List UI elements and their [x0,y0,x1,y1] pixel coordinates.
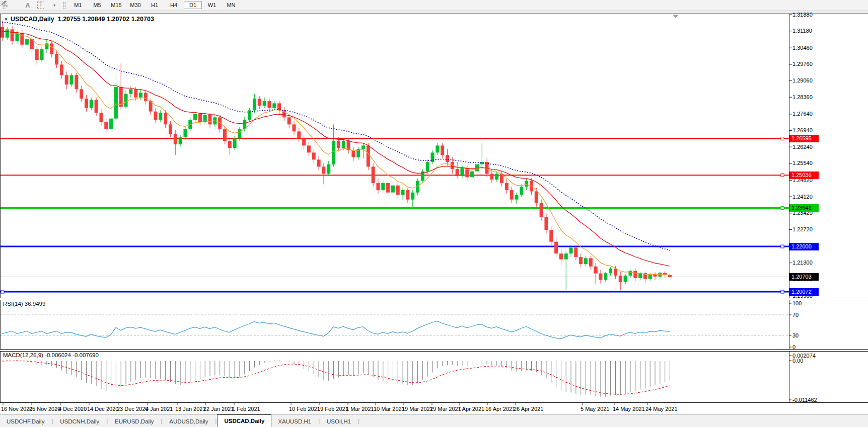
candle-body [426,162,429,172]
candle-body [258,99,261,106]
candle-body [564,253,568,260]
candle-body [614,269,617,276]
candle-body [144,93,148,101]
horizontal-lines-layer [0,137,789,293]
candle-body [40,49,44,60]
candle-body [104,122,108,129]
hline-price-badge: 1.25036 [789,172,819,179]
candle-body [633,271,637,278]
candle-body [604,273,607,280]
candle-body [1,27,4,38]
candle-body [65,75,68,84]
candle-body [535,191,538,203]
candle-body [317,159,321,166]
rsi-layer [0,315,789,338]
candle-body [386,183,390,193]
candle-body [322,166,325,174]
candle-body [164,113,167,124]
candle-body [638,273,642,278]
mt4-terminal: { "toolbar": { "tools": [ {"name": "fibo… [0,0,868,427]
line-handle [781,290,784,293]
candle-body [668,275,672,277]
candle-body [277,103,281,110]
candle-body [361,145,365,149]
candle-body [169,124,172,134]
chart-canvas[interactable] [0,0,868,427]
candle-body [80,89,83,99]
candle-body [99,113,103,122]
candle-body [594,267,598,274]
candle-body [134,89,137,97]
ma-mid-line [2,32,670,267]
candle-body [25,39,29,45]
candle-body [351,150,355,157]
candle-body [525,181,528,187]
candle-body [174,134,177,144]
candle-body [75,75,78,89]
axis-ticks-layer [3,15,792,405]
candle-body [490,174,493,180]
candle-body [510,190,514,200]
candle-body [342,141,345,148]
candle-body [515,195,519,199]
current-price-badge: 1.20703 [789,273,819,281]
candle-body [367,145,370,166]
candle-body [574,247,577,257]
candle-body [579,257,583,264]
candle-body [50,43,53,54]
candle-body [554,242,558,253]
candle-body [20,33,24,44]
candle-body [90,100,93,108]
candle-body [253,99,256,110]
candle-body [391,186,395,193]
candle-body [307,145,311,152]
rsi-line [2,321,670,338]
line-handle [1,290,4,293]
line-handle [781,206,784,209]
candle-body [193,114,197,120]
macd-signal-line [2,361,670,394]
candle-body [441,145,444,155]
candle-body [624,276,627,282]
candle-body [396,186,400,195]
candle-body [540,203,543,217]
candle-body [327,164,330,174]
candle-body [159,113,162,120]
line-handle [781,137,784,140]
candle-body [179,137,182,144]
candle-body [460,168,464,176]
candle-body [411,193,414,200]
candle-body [599,274,602,280]
candle-body [109,119,113,129]
hline-price-badge: 1.22000 [789,243,819,250]
candle-body [208,115,212,125]
candle-body [648,274,652,279]
candle-body [218,117,222,129]
candle-body [559,253,563,260]
candle-body [35,49,39,60]
ma-fast-line [2,31,670,275]
candle-body [124,94,128,107]
candle-body [436,145,439,152]
candle-body [183,129,187,137]
candle-body [619,276,622,282]
candle-body [470,172,474,178]
macd-layer [2,360,670,397]
candle-body [45,43,48,49]
candle-body [60,64,63,75]
moving-averages-layer [2,22,670,275]
candle-body [223,129,227,141]
hline-price-badge: 1.26595 [789,135,819,142]
candle-body [589,258,593,266]
candle-body [272,103,276,108]
candle-body [609,269,612,273]
candle-body [401,190,405,195]
candle-body [520,187,523,195]
candle-body [267,101,271,108]
candle-body [372,166,375,183]
ma-slow-line [2,22,670,250]
candle-body [544,217,548,230]
candles-layer [1,21,672,290]
candle-body [406,190,409,200]
candle-body [505,183,509,190]
